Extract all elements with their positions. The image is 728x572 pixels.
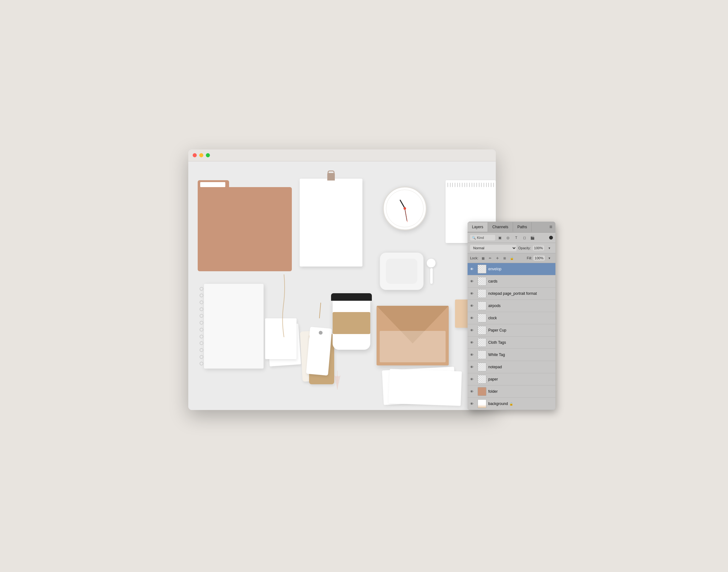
folder-label: [200, 182, 225, 187]
minimize-button[interactable]: [199, 153, 204, 157]
tab-layers[interactable]: Layers: [468, 222, 488, 232]
layers-panel: Layers Channels Paths ≡ 🔍 Kind ▣ ◎ T ◻ 🎬…: [468, 222, 555, 410]
lock-artboard-btn[interactable]: ⊞: [501, 255, 508, 261]
lock-brush-btn[interactable]: ✏: [487, 255, 493, 261]
fill-section: Fill: 100% ▾: [527, 255, 553, 262]
layer-row-white-tag[interactable]: 👁 White Tag: [468, 349, 555, 361]
layer-row-background[interactable]: 👁 background 🔒: [468, 398, 555, 410]
search-icon: 🔍: [472, 236, 476, 239]
airpod-single: [427, 259, 436, 284]
panel-tabs: Layers Channels Paths ≡: [468, 222, 555, 233]
layer-row-airpods[interactable]: 👁 airpods: [468, 300, 555, 312]
binder-clip: [327, 173, 335, 181]
layer-name-envelop: envelop: [488, 267, 501, 271]
eye-icon-paper[interactable]: 👁: [470, 377, 476, 381]
eye-icon-notepad-page[interactable]: 👁: [470, 292, 476, 295]
blend-mode-select[interactable]: Normal Multiply Screen: [470, 245, 516, 251]
white-papers-object: [383, 369, 471, 410]
opacity-value: 100%: [533, 245, 544, 251]
layer-thumb-airpods: [478, 301, 486, 310]
lock-move-btn[interactable]: ✛: [494, 255, 500, 261]
opacity-arrow[interactable]: ▾: [546, 244, 553, 252]
filter-smart-btn[interactable]: 🎬: [529, 234, 536, 241]
mac-window: [188, 149, 496, 410]
layer-name-paper-cup: Paper Cup: [488, 328, 506, 333]
layer-row-clock[interactable]: 👁 clock: [468, 312, 555, 324]
layers-list: 👁 envelop 👁 cards 👁 notepa: [468, 263, 555, 410]
layer-row-cloth-tags[interactable]: 👁 Cloth Tags: [468, 337, 555, 349]
lock-all-btn[interactable]: 🔒: [509, 255, 515, 261]
envelope-inner: [380, 331, 446, 362]
eye-icon-cloth-tags[interactable]: 👁: [470, 341, 476, 344]
tab-paths[interactable]: Paths: [513, 222, 532, 232]
lock-icons: ▦ ✏ ✛ ⊞ 🔒: [480, 255, 515, 261]
layer-row-folder[interactable]: 👁 folder: [468, 385, 555, 398]
layer-name-white-tag: White Tag: [488, 353, 505, 357]
eye-icon-folder[interactable]: 👁: [470, 389, 476, 394]
layer-row-paper-cup[interactable]: 👁 Paper Cup: [468, 324, 555, 337]
lock-label: Lock:: [470, 256, 478, 260]
filter-circle: [549, 236, 553, 239]
kind-label: Kind: [477, 236, 484, 239]
lock-row: Lock: ▦ ✏ ✛ ⊞ 🔒 Fill: 100% ▾: [468, 254, 555, 263]
airpods-case: [380, 253, 424, 290]
layer-name-cloth-tags: Cloth Tags: [488, 340, 506, 345]
notepad-object: [198, 284, 264, 375]
layer-thumb-paper: [478, 375, 486, 384]
layer-thumb-notepad-page: [478, 289, 486, 298]
clock-center: [404, 207, 406, 210]
layer-name-notepad-page: notepad page_portrait format: [488, 291, 537, 296]
filter-adjustment-btn[interactable]: ◎: [505, 234, 511, 241]
layer-row-notepad-page[interactable]: 👁 notepad page_portrait format: [468, 288, 555, 300]
eye-icon-airpods[interactable]: 👁: [470, 304, 476, 308]
layer-name-notepad: notepad: [488, 365, 502, 369]
eye-icon-envelop[interactable]: 👁: [470, 267, 476, 271]
title-bar: [188, 149, 496, 161]
cup-sleeve: [333, 312, 370, 334]
folder-object: [198, 180, 292, 271]
layer-thumb-envelop: [478, 265, 486, 274]
paper-with-clip: [300, 178, 362, 267]
close-button[interactable]: [193, 153, 197, 157]
eye-icon-notepad[interactable]: 👁: [470, 365, 476, 369]
layer-thumb-clock: [478, 313, 486, 323]
filter-pixel-btn[interactable]: ▣: [496, 234, 503, 241]
layer-thumb-cloth-tags: [478, 338, 486, 347]
layer-thumb-white-tag: [478, 350, 486, 359]
lock-checkerboard-btn[interactable]: ▦: [480, 255, 486, 261]
eye-icon-paper-cup[interactable]: 👁: [470, 329, 476, 332]
layer-row-paper[interactable]: 👁 paper: [468, 373, 555, 385]
layer-name-paper: paper: [488, 377, 498, 381]
eye-icon-background[interactable]: 👁: [470, 402, 476, 406]
eye-icon-clock[interactable]: 👁: [470, 316, 476, 320]
fill-arrow[interactable]: ▾: [546, 255, 553, 262]
eye-icon-cards[interactable]: 👁: [470, 279, 476, 283]
feather-decoration: [329, 369, 345, 391]
clock-object: [383, 187, 430, 233]
airpods-object: [380, 253, 442, 303]
filter-type-btn[interactable]: T: [513, 234, 519, 241]
layer-row-notepad[interactable]: 👁 notepad: [468, 361, 555, 373]
tab-channels[interactable]: Channels: [488, 222, 513, 232]
layer-name-background: background 🔒: [488, 402, 513, 406]
canvas-area: [188, 161, 496, 410]
panel-menu-button[interactable]: ≡: [546, 222, 555, 232]
filter-shape-btn[interactable]: ◻: [521, 234, 528, 241]
maximize-button[interactable]: [206, 153, 210, 157]
app-wrapper: Layers Channels Paths ≡ 🔍 Kind ▣ ◎ T ◻ 🎬…: [182, 143, 546, 429]
spiral-line: [198, 284, 205, 369]
eye-icon-white-tag[interactable]: 👁: [470, 353, 476, 357]
blend-mode-row: Normal Multiply Screen Opacity: 100% ▾: [468, 243, 555, 254]
layer-thumb-folder: [478, 387, 486, 396]
layer-name-folder: folder: [488, 389, 498, 394]
layer-row-cards[interactable]: 👁 cards: [468, 275, 555, 288]
layer-thumb-notepad: [478, 363, 486, 371]
coffee-cup-object: [329, 299, 374, 362]
fill-value: 100%: [534, 256, 545, 261]
layer-name-airpods: airpods: [488, 303, 500, 308]
cup-lid: [331, 293, 372, 301]
panel-filter-toolbar: 🔍 Kind ▣ ◎ T ◻ 🎬: [468, 233, 555, 243]
folder-body: [198, 187, 292, 271]
opacity-label: Opacity:: [518, 246, 531, 250]
layer-row-envelop[interactable]: 👁 envelop: [468, 263, 555, 275]
